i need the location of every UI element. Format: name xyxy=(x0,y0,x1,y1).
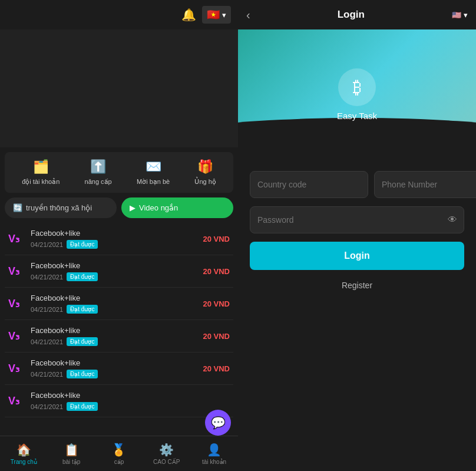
task-badge: Đạt được xyxy=(67,370,98,378)
video-label: Video ngắn xyxy=(139,203,178,212)
task-amount: 20 VND xyxy=(203,235,230,243)
task-level: V₃ xyxy=(8,362,26,375)
quick-label-nang-cap: nâng cấp xyxy=(85,178,112,186)
task-info: Facebook+like 04/21/2021 Đạt được xyxy=(31,391,225,411)
action-buttons: 🔄 truyền thông xã hội ▶ Video ngắn xyxy=(0,197,238,223)
task-badge: Đạt được xyxy=(67,305,98,314)
task-meta: 04/21/2021 Đạt được xyxy=(31,337,198,346)
task-level: V₃ xyxy=(8,330,26,342)
task-meta: 04/21/2021 Đạt được xyxy=(31,402,225,411)
task-item[interactable]: V₃ Facebook+like 04/21/2021 Đạt được 20 … xyxy=(5,353,233,385)
flag-dropdown-icon: ▾ xyxy=(222,11,226,19)
nav-item-level[interactable]: 🏅 cấp xyxy=(95,443,143,465)
chat-bubble-button[interactable]: 💬 xyxy=(205,410,231,436)
moi-ban-icon: ✉️ xyxy=(146,159,161,174)
nav-label-home: Trang chủ xyxy=(11,459,37,465)
task-amount: 20 VND xyxy=(203,267,230,276)
quick-item-ung-ho[interactable]: 🎁 Ủng hộ xyxy=(194,159,216,186)
login-button[interactable]: Login xyxy=(250,242,464,270)
task-info: Facebook+like 04/21/2021 Đạt được xyxy=(31,229,198,249)
nav-item-tasks[interactable]: 📋 bài tập xyxy=(48,443,95,465)
task-date: 04/21/2021 xyxy=(31,306,63,313)
app-logo: ₿ xyxy=(338,68,376,106)
phone-number-input[interactable] xyxy=(374,171,476,198)
task-item[interactable]: V₃ Facebook+like 04/21/2021 Đạt được 20 … xyxy=(5,320,233,353)
task-info: Facebook+like 04/21/2021 Đạt được xyxy=(31,358,198,378)
task-date: 04/21/2021 xyxy=(31,371,63,378)
nav-label-vip: CAO CẤP xyxy=(153,459,180,465)
nav-item-home[interactable]: 🏠 Trang chủ xyxy=(0,443,48,465)
short-video-button[interactable]: ▶ Video ngắn xyxy=(121,197,233,218)
task-title: Facebook+like xyxy=(31,229,198,238)
task-meta: 04/21/2021 Đạt được xyxy=(31,305,198,314)
quick-item-nang-cap[interactable]: ⬆️ nâng cấp xyxy=(85,159,112,186)
quick-item-doi-tai-khoan[interactable]: 🗂️ đội tài khoản xyxy=(22,159,60,186)
ung-ho-icon: 🎁 xyxy=(197,159,213,174)
tasks-list: V₃ Facebook+like 04/21/2021 Đạt được 20 … xyxy=(0,223,238,436)
nang-cap-icon: ⬆️ xyxy=(90,159,106,174)
account-icon: 👤 xyxy=(207,443,222,457)
register-link[interactable]: Register xyxy=(250,278,464,292)
task-item[interactable]: V₃ Facebook+like 04/21/2021 Đạt được 20 … xyxy=(5,223,233,255)
task-date: 04/21/2021 xyxy=(31,338,63,345)
task-level: V₃ xyxy=(8,232,26,245)
task-badge: Đạt được xyxy=(67,272,98,281)
password-wrapper: 👁 xyxy=(250,206,464,233)
login-banner: ₿ Easy Task xyxy=(238,29,476,159)
task-badge: Đạt được xyxy=(67,402,98,411)
home-icon: 🏠 xyxy=(16,443,31,457)
task-amount: 20 VND xyxy=(203,332,230,341)
task-meta: 04/21/2021 Đạt được xyxy=(31,370,198,378)
task-amount: 20 VND xyxy=(203,299,230,308)
nav-label-account: tài khoản xyxy=(202,459,226,465)
nav-label-tasks: bài tập xyxy=(62,459,80,465)
quick-menu: 🗂️ đội tài khoản ⬆️ nâng cấp ✉️ Mời bạn … xyxy=(5,152,233,193)
country-code-input[interactable] xyxy=(250,171,368,198)
task-meta: 04/21/2021 Đạt được xyxy=(31,272,198,281)
toggle-password-icon[interactable]: 👁 xyxy=(448,215,457,225)
task-level: V₃ xyxy=(8,265,26,278)
language-button[interactable]: 🇺🇸 ▾ xyxy=(452,11,468,19)
login-title: Login xyxy=(250,9,452,21)
task-amount: 20 VND xyxy=(203,364,230,373)
social-label: truyền thông xã hội xyxy=(26,203,92,212)
task-item[interactable]: V₃ Facebook+like 04/21/2021 Đạt được 20 … xyxy=(5,255,233,288)
task-badge: Đạt được xyxy=(67,337,98,346)
task-date: 04/21/2021 xyxy=(31,403,63,410)
vip-icon: ⚙️ xyxy=(159,443,174,457)
quick-label-ung-ho: Ủng hộ xyxy=(194,178,216,186)
nav-label-level: cấp xyxy=(114,459,124,465)
play-icon: ▶ xyxy=(130,203,135,212)
vn-flag-icon: 🇻🇳 xyxy=(207,8,220,21)
task-level: V₃ xyxy=(8,394,26,407)
login-header: ‹ Login 🇺🇸 ▾ xyxy=(238,0,476,29)
doi-tai-khoan-icon: 🗂️ xyxy=(33,159,49,174)
us-flag-icon: 🇺🇸 xyxy=(452,11,461,19)
task-date: 04/21/2021 xyxy=(31,274,63,281)
bell-icon[interactable]: 🔔 xyxy=(181,8,196,22)
quick-item-moi-ban[interactable]: ✉️ Mời bạn bè xyxy=(137,159,170,186)
task-item[interactable]: V₃ Facebook+like 04/21/2021 Đạt được xyxy=(5,385,233,417)
login-form: 👁 Login Register xyxy=(238,159,476,304)
task-title: Facebook+like xyxy=(31,294,198,302)
lang-dropdown-icon: ▾ xyxy=(464,11,468,19)
language-selector[interactable]: 🇻🇳 ▾ xyxy=(202,6,231,24)
task-title: Facebook+like xyxy=(31,261,198,270)
right-panel: ‹ Login 🇺🇸 ▾ ₿ Easy Task 👁 Login Registe… xyxy=(238,0,476,471)
nav-item-vip[interactable]: ⚙️ CAO CẤP xyxy=(143,443,190,465)
task-info: Facebook+like 04/21/2021 Đạt được xyxy=(31,294,198,314)
phone-row xyxy=(250,171,464,198)
task-info: Facebook+like 04/21/2021 Đạt được xyxy=(31,326,198,346)
social-media-button[interactable]: 🔄 truyền thông xã hội xyxy=(5,197,117,218)
quick-label-moi-ban: Mời bạn bè xyxy=(137,178,170,186)
task-item[interactable]: V₃ Facebook+like 04/21/2021 Đạt được 20 … xyxy=(5,288,233,320)
back-button[interactable]: ‹ xyxy=(246,8,250,22)
task-title: Facebook+like xyxy=(31,358,198,367)
task-info: Facebook+like 04/21/2021 Đạt được xyxy=(31,261,198,281)
nav-item-account[interactable]: 👤 tài khoản xyxy=(190,443,238,465)
task-date: 04/21/2021 xyxy=(31,241,63,248)
password-input[interactable] xyxy=(250,206,464,233)
task-title: Facebook+like xyxy=(31,391,225,400)
task-badge: Đạt được xyxy=(67,240,98,249)
left-panel: 🔔 🇻🇳 ▾ 🗂️ đội tài khoản ⬆️ nâng cấp ✉️ M… xyxy=(0,0,238,471)
